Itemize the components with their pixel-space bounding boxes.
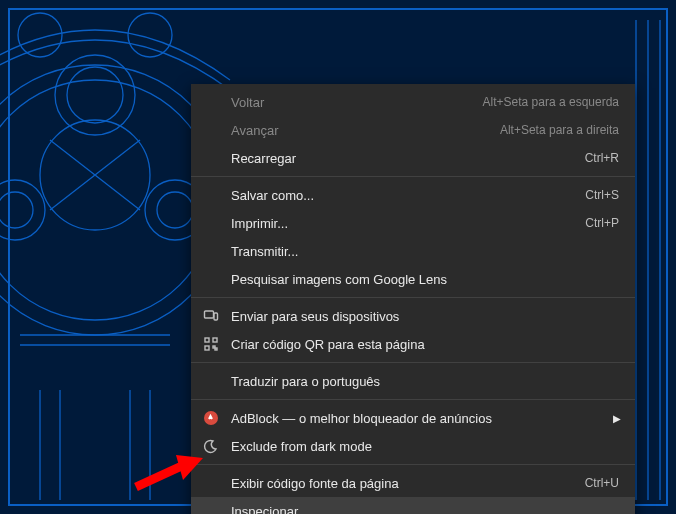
menu-item-exclude-dark[interactable]: Exclude from dark mode	[191, 432, 635, 460]
menu-separator	[191, 176, 635, 177]
menu-separator	[191, 362, 635, 363]
menu-label: Avançar	[231, 123, 500, 138]
menu-shortcut: Ctrl+S	[585, 188, 619, 202]
menu-label: Salvar como...	[231, 188, 585, 203]
qr-icon	[203, 336, 219, 352]
menu-label: AdBlock — o melhor bloqueador de anúncio…	[231, 411, 619, 426]
menu-label: Transmitir...	[231, 244, 619, 259]
menu-item-qr-code[interactable]: Criar código QR para esta página	[191, 330, 635, 358]
menu-item-back[interactable]: Voltar Alt+Seta para a esquerda	[191, 88, 635, 116]
menu-item-reload[interactable]: Recarregar Ctrl+R	[191, 144, 635, 172]
svg-point-4	[18, 13, 62, 57]
svg-rect-25	[213, 338, 217, 342]
menu-item-view-source[interactable]: Exibir código fonte da página Ctrl+U	[191, 469, 635, 497]
svg-point-3	[67, 67, 123, 123]
menu-label: Criar código QR para esta página	[231, 337, 619, 352]
context-menu: Voltar Alt+Seta para a esquerda Avançar …	[191, 84, 635, 514]
svg-rect-22	[205, 311, 214, 318]
svg-point-8	[0, 192, 33, 228]
svg-point-9	[157, 192, 193, 228]
menu-label: Inspecionar	[231, 504, 619, 515]
menu-separator	[191, 297, 635, 298]
svg-rect-24	[205, 338, 209, 342]
menu-label: Voltar	[231, 95, 483, 110]
menu-label: Imprimir...	[231, 216, 585, 231]
adblock-icon	[203, 410, 219, 426]
menu-shortcut: Ctrl+U	[585, 476, 619, 490]
svg-rect-26	[205, 346, 209, 350]
menu-item-forward[interactable]: Avançar Alt+Seta para a direita	[191, 116, 635, 144]
moon-icon	[203, 438, 219, 454]
menu-shortcut: Alt+Seta para a esquerda	[483, 95, 619, 109]
menu-item-search-lens[interactable]: Pesquisar imagens com Google Lens	[191, 265, 635, 293]
svg-point-6	[0, 180, 45, 240]
menu-shortcut: Ctrl+P	[585, 216, 619, 230]
svg-rect-23	[214, 313, 218, 320]
menu-separator	[191, 464, 635, 465]
menu-item-translate[interactable]: Traduzir para o português	[191, 367, 635, 395]
devices-icon	[203, 308, 219, 324]
menu-label: Enviar para seus dispositivos	[231, 309, 619, 324]
svg-point-5	[128, 13, 172, 57]
menu-item-inspect[interactable]: Inspecionar	[191, 497, 635, 514]
menu-item-adblock[interactable]: AdBlock — o melhor bloqueador de anúncio…	[191, 404, 635, 432]
menu-label: Recarregar	[231, 151, 585, 166]
menu-item-send-devices[interactable]: Enviar para seus dispositivos	[191, 302, 635, 330]
menu-shortcut: Alt+Seta para a direita	[500, 123, 619, 137]
menu-label: Traduzir para o português	[231, 374, 619, 389]
menu-label: Pesquisar imagens com Google Lens	[231, 272, 619, 287]
menu-separator	[191, 399, 635, 400]
chevron-right-icon: ▶	[613, 413, 621, 424]
menu-shortcut: Ctrl+R	[585, 151, 619, 165]
menu-label: Exibir código fonte da página	[231, 476, 585, 491]
menu-label: Exclude from dark mode	[231, 439, 619, 454]
menu-item-save-as[interactable]: Salvar como... Ctrl+S	[191, 181, 635, 209]
svg-point-1	[0, 80, 215, 320]
menu-item-print[interactable]: Imprimir... Ctrl+P	[191, 209, 635, 237]
svg-rect-28	[215, 348, 217, 350]
menu-item-cast[interactable]: Transmitir...	[191, 237, 635, 265]
